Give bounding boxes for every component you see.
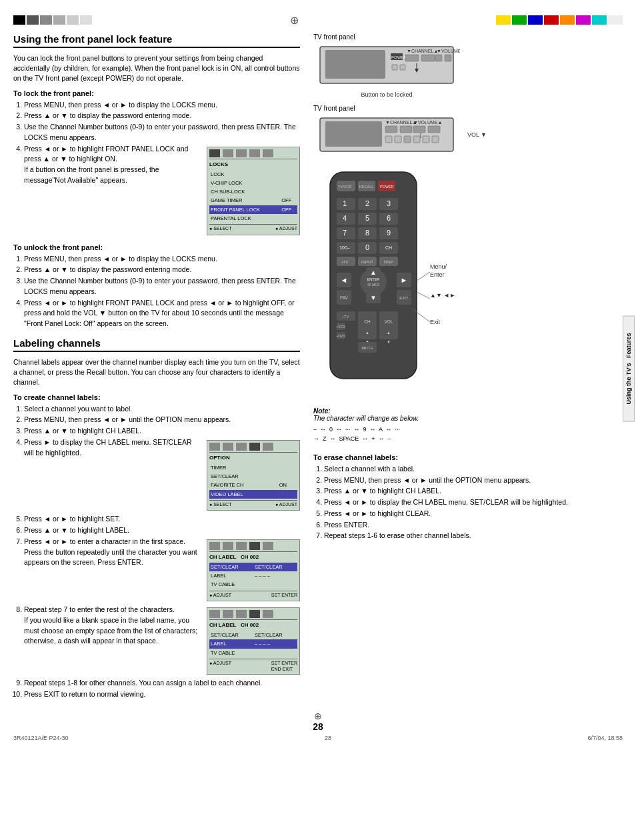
color-block-white — [608, 15, 623, 25]
tv-panel-bottom-label: TV front panel — [313, 105, 623, 112]
svg-rect-25 — [413, 136, 420, 143]
svg-text:3: 3 — [387, 199, 391, 207]
svg-text:+VCR: +VCR — [336, 325, 345, 329]
lock-steps-list: Press MENU, then press ◄ or ► to display… — [13, 100, 300, 238]
chl1-icon-1 — [209, 542, 220, 550]
svg-rect-11 — [400, 65, 405, 70]
note-title: Note: — [313, 407, 623, 415]
svg-text:▼VOLUME▲: ▼VOLUME▲ — [437, 49, 460, 53]
svg-text:9: 9 — [387, 229, 391, 237]
top-bar-left-blocks — [13, 15, 92, 25]
bar-block-6 — [80, 15, 92, 25]
chlabel1-menu-screenshot: CH LABEL CH 002 SET/CLEARSET/CLEAR LABEL… — [207, 539, 300, 601]
erase-step-4: Press ◄ or ► to display the CH LABEL men… — [324, 497, 623, 508]
svg-rect-87 — [358, 311, 377, 339]
page-number: 28 — [13, 721, 623, 732]
note-box: Note: The character will change as below… — [313, 407, 623, 444]
top-bar-right-blocks — [496, 15, 623, 25]
color-block-yellow — [496, 15, 511, 25]
svg-text:RECALL: RECALL — [359, 185, 373, 189]
create-step-7: CH LABEL CH 002 SET/CLEARSET/CLEAR LABEL… — [24, 537, 300, 604]
svg-rect-17 — [385, 126, 397, 133]
unlock-panel-title: To unlock the front panel: — [13, 243, 300, 251]
unlock-steps-list: Press MENU, then press ◄ or ► to display… — [13, 254, 300, 329]
svg-text:►: ► — [401, 276, 408, 284]
svg-rect-22 — [385, 136, 392, 143]
section2-intro: Channel labels appear over the channel n… — [13, 357, 300, 388]
svg-text:7: 7 — [343, 229, 347, 237]
tv-front-panel-top-svg: POWER ▼CHANNEL▲ ▼VOLUME▲ — [313, 43, 460, 90]
footer-left: 3R40121A/E P24-30 — [13, 735, 69, 741]
locks-menu-title: LOCKS — [209, 161, 297, 169]
locks-menu-table: LOCK V-CHIP LOCK CH SUB-LOCK GAME TIMERO… — [209, 170, 297, 223]
create-step-4: OPTION TIMER SET/CLEAR FAVORITE CHON VID… — [24, 437, 300, 514]
chlabel2-menu-screenshot: CH LABEL CH 002 SET/CLEARSET/CLEAR LABEL… — [207, 607, 300, 675]
svg-text:+TV: +TV — [342, 315, 349, 319]
char-map: – ↔ 0 ↔ ··· ↔ 9 ↔ A ↔ ··· ↔ Z ↔ SPACE ↔ … — [313, 425, 623, 444]
svg-text:▲: ▲ — [370, 269, 377, 276]
svg-text:◄: ◄ — [341, 276, 348, 284]
opt-icon-2 — [223, 443, 233, 451]
unlock-step-4: Press ◄ or ► to highlight FRONT PANEL LO… — [24, 298, 300, 329]
erase-section: To erase channel labels: Select a channe… — [313, 453, 623, 541]
opt-icon-4 — [249, 443, 260, 451]
create-step-5: Press ◄ or ► to highlight SET. — [24, 514, 300, 525]
tv-panel-top-section: TV front panel POWER ▼CHANNEL▲ ▼VOLUME▲ — [313, 33, 623, 98]
opt-icon-5 — [263, 443, 273, 451]
svg-rect-15 — [325, 121, 382, 147]
section1-intro: You can lock the front panel buttons to … — [13, 53, 300, 84]
unlock-step-1: Press MENU, then press ◄ or ► to display… — [24, 254, 300, 265]
svg-text:▼VOLUME▲: ▼VOLUME▲ — [413, 120, 442, 125]
chlabel1-footer: ● ADJUST SET ENTER — [209, 591, 297, 599]
svg-text:DISP: DISP — [384, 260, 393, 264]
opt-icon-3 — [236, 443, 247, 451]
right-column: TV front panel POWER ▼CHANNEL▲ ▼VOLUME▲ — [313, 33, 623, 704]
svg-text:MUTE: MUTE — [362, 346, 373, 350]
erase-steps-list: Select a channel with a label. Press MEN… — [313, 464, 623, 541]
annotation-exit: Exit — [430, 319, 440, 325]
footer-center: 28 — [325, 735, 331, 741]
chl2-icon-1 — [209, 610, 220, 618]
chl2-icon-5 — [263, 610, 273, 618]
lock-step-2: Press ▲ or ▼ to display the password ent… — [24, 111, 300, 121]
erase-label-title: To erase channel labels: — [313, 453, 623, 461]
chl2-icon-4 — [249, 610, 260, 618]
svg-text:2: 2 — [365, 199, 369, 207]
svg-rect-24 — [404, 136, 411, 143]
create-step-1: Select a channel you want to label. — [24, 404, 300, 415]
menu-icon-4 — [249, 149, 260, 157]
section1-title: Using the front panel lock feature — [13, 33, 300, 48]
opt-icon-1 — [209, 443, 220, 451]
chlabel1-title: CH LABEL CH 002 — [209, 553, 297, 561]
sidebar-label-line2: Features — [625, 333, 632, 358]
svg-rect-9 — [445, 55, 451, 61]
svg-rect-27 — [432, 136, 439, 143]
svg-line-97 — [417, 272, 430, 281]
svg-text:▼: ▼ — [370, 294, 377, 301]
section2-title: Labeling channels — [13, 337, 300, 352]
create-step-3: Press ▲ or ▼ to highlight CH LABEL. — [24, 426, 300, 437]
menu-icon-5 — [263, 149, 273, 157]
left-column: Using the front panel lock feature You c… — [13, 33, 300, 704]
opt-footer-left: ● SELECT — [209, 501, 231, 509]
chl1-icon-5 — [263, 542, 273, 550]
svg-text:30 MCS: 30 MCS — [367, 283, 380, 287]
svg-text:POWER: POWER — [380, 185, 394, 189]
svg-rect-21 — [428, 126, 440, 133]
svg-text:FAV: FAV — [340, 295, 348, 300]
svg-text:▼: ▼ — [387, 340, 391, 344]
bar-block-4 — [53, 15, 65, 25]
erase-step-6: Press ENTER. — [324, 520, 623, 531]
tv-panel-bottom-section: TV front panel ▼CHANNEL▲ ▼VOLUME▲ — [313, 105, 623, 159]
chl1-footer-left: ● ADJUST — [209, 592, 231, 599]
annotation-menu-enter: Menu/Enter — [430, 263, 447, 279]
svg-text:4: 4 — [343, 214, 347, 222]
svg-rect-20 — [413, 126, 425, 133]
chl2-icon-2 — [223, 610, 233, 618]
create-step-8: CH LABEL CH 002 SET/CLEARSET/CLEAR LABEL… — [24, 605, 300, 677]
svg-text:INPUT: INPUT — [361, 260, 373, 264]
remote-svg: TV/VCR RECALL POWER 1 2 3 — [313, 169, 433, 395]
lock-step-1: Press MENU, then press ◄ or ► to display… — [24, 100, 300, 111]
svg-text:1: 1 — [343, 199, 347, 207]
erase-step-2: Press MENU, then press ◄ or ► until the … — [324, 475, 623, 486]
